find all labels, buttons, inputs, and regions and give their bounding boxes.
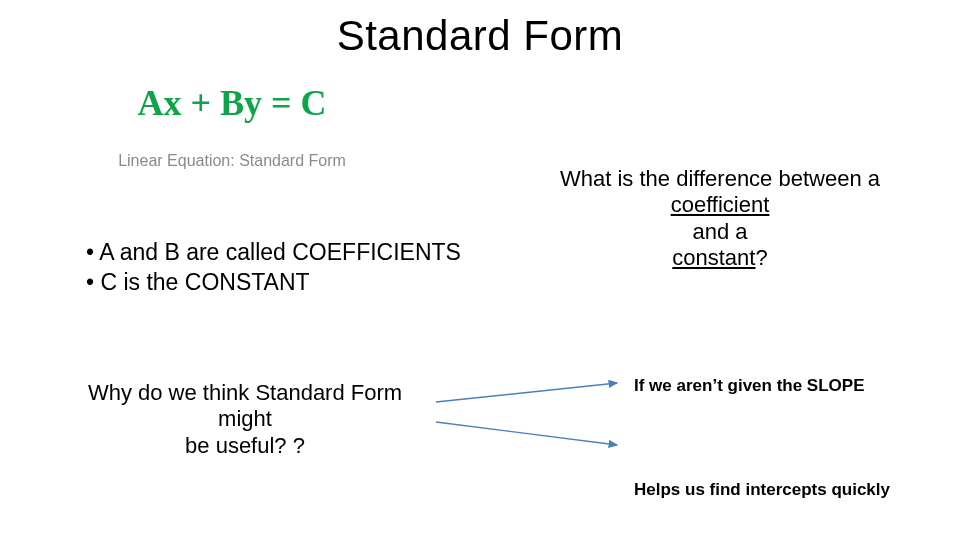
bullet-list: • A and B are called COEFFICIENTS • C is… xyxy=(86,238,461,298)
equation-box: Ax + By = C Linear Equation: Standard Fo… xyxy=(62,82,402,170)
equation-term-ax: Ax xyxy=(137,83,181,123)
arrow-to-slope xyxy=(436,383,617,402)
difference-question: What is the difference between a coeffic… xyxy=(520,166,920,272)
equation: Ax + By = C xyxy=(62,82,402,124)
answer-slope: If we aren’t given the SLOPE xyxy=(634,376,865,396)
question-and: and a xyxy=(520,219,920,245)
question-constant: constant xyxy=(672,245,755,270)
equation-term-by: By xyxy=(220,83,262,123)
why-useful-question: Why do we think Standard Form might be u… xyxy=(60,380,430,459)
equation-caption: Linear Equation: Standard Form xyxy=(62,152,402,170)
equation-equals: = xyxy=(262,83,301,123)
why-line2: be useful? ? xyxy=(60,433,430,459)
answer-intercepts: Helps us find intercepts quickly xyxy=(634,480,890,500)
slide-title: Standard Form xyxy=(0,12,960,60)
arrow-to-intercepts xyxy=(436,422,617,445)
question-coefficient: coefficient xyxy=(671,192,770,217)
why-line1: Why do we think Standard Form might xyxy=(60,380,430,433)
bullet-coefficients: • A and B are called COEFFICIENTS xyxy=(86,238,461,268)
equation-term-c: C xyxy=(301,83,327,123)
slide: Standard Form Ax + By = C Linear Equatio… xyxy=(0,0,960,540)
question-qmark: ? xyxy=(755,245,767,270)
equation-plus: + xyxy=(181,83,220,123)
question-line1: What is the difference between a xyxy=(520,166,920,192)
bullet-constant: • C is the CONSTANT xyxy=(86,268,461,298)
